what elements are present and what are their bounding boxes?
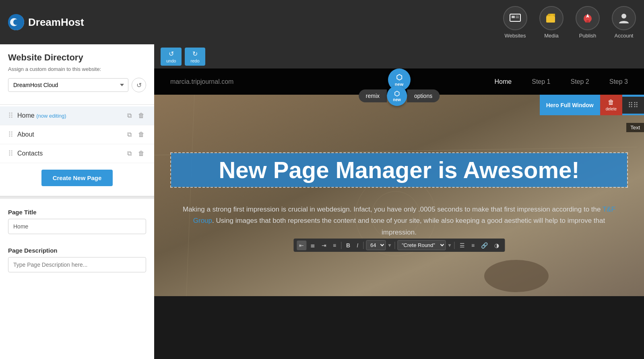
- sidebar-section-divider: [0, 196, 154, 199]
- italic-btn[interactable]: I: [354, 241, 361, 250]
- nav-item-account[interactable]: Account: [612, 6, 636, 39]
- divider-1: [0, 104, 154, 105]
- hero-section: remix ⬡ new options Hero Full Window 🗑 d…: [154, 95, 644, 296]
- hero-delete-button[interactable]: 🗑 delete: [600, 95, 622, 115]
- nav-icons: Websites Media Publish: [503, 6, 636, 39]
- account-label: Account: [615, 33, 634, 39]
- sidebar: Website Directory Assign a custom domain…: [0, 44, 154, 359]
- page-list-item-home[interactable]: ⠿ Home (now editing) ⧉ 🗑: [0, 106, 154, 125]
- media-label: Media: [544, 33, 558, 39]
- delete-page-contacts[interactable]: 🗑: [136, 149, 146, 158]
- page-actions-home: ⧉ 🗑: [126, 111, 146, 120]
- page-list-item-contacts[interactable]: ⠿ Contacts ⧉ 🗑: [0, 144, 154, 163]
- nav-item-publish[interactable]: Publish: [576, 6, 600, 39]
- main-layout: Website Directory Assign a custom domain…: [0, 44, 644, 359]
- publish-label: Publish: [579, 33, 597, 39]
- align-left-btn[interactable]: ⇤: [297, 241, 306, 250]
- account-icon: [612, 6, 636, 30]
- page-title-label: Page Title: [8, 209, 146, 216]
- logo-icon: [8, 14, 24, 30]
- drag-handle[interactable]: ⠿: [8, 130, 13, 139]
- divider3: [394, 242, 395, 249]
- contrast-btn[interactable]: ◑: [492, 241, 502, 250]
- page-actions-about: ⧉ 🗑: [126, 130, 146, 139]
- align-center-btn[interactable]: ≣: [308, 241, 318, 250]
- refresh-button[interactable]: ↺: [132, 78, 146, 92]
- canvas-domain: marcia.tripjournal.com: [170, 78, 233, 85]
- page-name-home: Home (now editing): [17, 112, 122, 119]
- divider: [341, 242, 341, 249]
- svg-point-2: [13, 19, 19, 25]
- top-navigation: DreamHost Websites Media: [0, 0, 644, 44]
- page-list-item-about[interactable]: ⠿ About ⧉ 🗑: [0, 125, 154, 144]
- hero-grid-button[interactable]: ⠿⠿: [622, 97, 644, 114]
- link-text[interactable]: T&F Group: [193, 205, 615, 225]
- redo-button[interactable]: ↻ redo: [185, 48, 205, 66]
- svg-rect-5: [516, 16, 519, 17]
- svg-rect-12: [585, 22, 590, 23]
- media-icon: [539, 6, 564, 30]
- link-btn[interactable]: 🔗: [479, 241, 490, 250]
- text-format-toolbar: ⇤ ≣ ⇥ ≡ B I 64 48 36 24 ▼: [293, 239, 505, 252]
- editor-canvas: ⬡ new marcia.tripjournal.com Home Step 1…: [154, 68, 644, 359]
- copy-page-about[interactable]: ⧉: [126, 130, 133, 139]
- svg-rect-11: [586, 20, 589, 22]
- delete-page-home[interactable]: 🗑: [136, 111, 146, 120]
- canvas-nav-step2[interactable]: Step 2: [570, 78, 589, 85]
- websites-label: Websites: [504, 33, 526, 39]
- canvas-nav-step3[interactable]: Step 3: [609, 78, 628, 85]
- svg-rect-7: [546, 16, 555, 23]
- page-description-label: Page Description: [8, 247, 146, 254]
- canvas-nav-links: Home Step 1 Step 2 Step 3: [495, 78, 628, 85]
- copy-page-contacts[interactable]: ⧉: [126, 149, 133, 158]
- hero-window-label: Hero Full Window: [540, 98, 600, 112]
- copy-page-home[interactable]: ⧉: [126, 111, 133, 120]
- domain-select[interactable]: DreamHost Cloud Custom Domain: [8, 78, 128, 92]
- nav-item-websites[interactable]: Websites: [503, 6, 527, 39]
- svg-point-13: [621, 14, 626, 19]
- align-right-btn[interactable]: ⇥: [319, 241, 329, 250]
- editing-badge: (now editing): [36, 113, 66, 119]
- undo-icon: ↺: [169, 50, 174, 58]
- editor-toolbar: ↺ undo ↻ redo: [154, 44, 644, 68]
- sidebar-subtitle: Assign a custom domain to this website:: [8, 66, 146, 72]
- remix-button[interactable]: remix: [359, 89, 387, 102]
- svg-rect-4: [512, 16, 515, 18]
- font-family-select[interactable]: "Crete Round" Arial Georgia: [397, 240, 446, 250]
- text-badge: Text: [626, 123, 644, 132]
- canvas-nav-step1[interactable]: Step 1: [532, 78, 550, 85]
- svg-point-19: [484, 260, 549, 292]
- remix-toolbar: remix ⬡ new options: [359, 86, 440, 106]
- hero-headline[interactable]: New Page Manager is Awesome!: [171, 153, 627, 187]
- font-size-select[interactable]: 64 48 36 24: [366, 240, 386, 250]
- page-actions-contacts: ⧉ 🗑: [126, 149, 146, 158]
- divider4: [454, 242, 455, 249]
- page-title-input[interactable]: [8, 219, 146, 234]
- page-name-about: About: [17, 131, 122, 138]
- new-icon: ⬡: [396, 73, 402, 82]
- delete-page-about[interactable]: 🗑: [136, 130, 146, 139]
- editor-area: ↺ undo ↻ redo ⬡ new marcia.tripjournal.c…: [154, 44, 644, 359]
- delete-icon: 🗑: [608, 99, 614, 106]
- canvas-nav-home[interactable]: Home: [495, 78, 512, 85]
- remix-new-center[interactable]: ⬡ new: [387, 86, 407, 106]
- drag-handle[interactable]: ⠿: [8, 111, 13, 120]
- bold-btn[interactable]: B: [344, 241, 353, 250]
- drag-handle[interactable]: ⠿: [8, 149, 13, 158]
- options-button[interactable]: options: [407, 89, 440, 102]
- domain-row: DreamHost Cloud Custom Domain ↺: [8, 78, 146, 92]
- page-name-contacts: Contacts: [17, 150, 122, 157]
- align-justify-btn[interactable]: ≡: [330, 241, 339, 250]
- svg-rect-8: [550, 14, 553, 16]
- redo-icon: ↻: [192, 50, 198, 58]
- list-ul-btn[interactable]: ☰: [457, 241, 467, 250]
- sidebar-title: Website Directory: [8, 52, 146, 63]
- hero-window-bar: Hero Full Window 🗑 delete ⠿⠿: [540, 95, 644, 115]
- create-new-page-button[interactable]: Create New Page: [41, 170, 113, 186]
- nav-item-media[interactable]: Media: [539, 6, 564, 39]
- page-description-input[interactable]: [8, 257, 146, 272]
- undo-button[interactable]: ↺ undo: [161, 48, 182, 66]
- list-ol-btn[interactable]: ≡: [469, 241, 477, 250]
- websites-icon: [503, 6, 527, 30]
- sidebar-header: Website Directory Assign a custom domain…: [0, 44, 154, 104]
